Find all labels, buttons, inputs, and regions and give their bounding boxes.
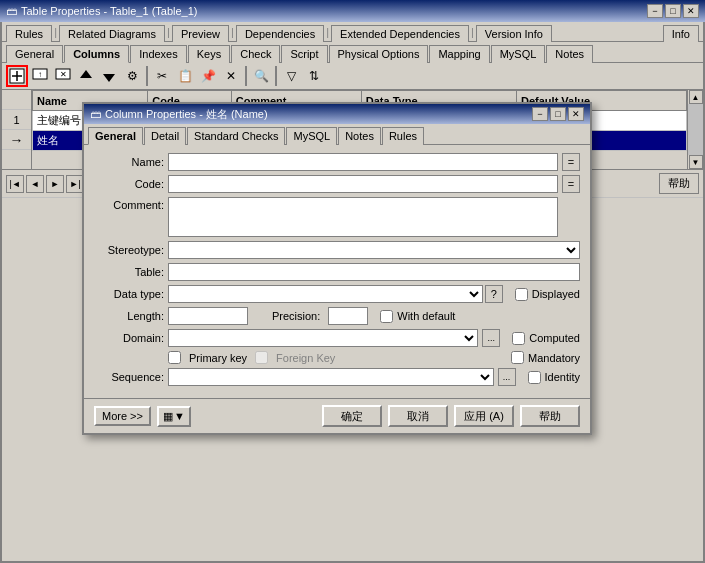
with-default-row: With default: [380, 310, 455, 323]
tab-row-2: General Columns Indexes Keys Check Scrip…: [2, 42, 703, 63]
dialog-tab-notes[interactable]: Notes: [338, 127, 381, 145]
dialog-minimize-btn[interactable]: −: [532, 107, 548, 121]
table-row-form: Table:: [94, 263, 580, 281]
tab-notes[interactable]: Notes: [546, 45, 593, 63]
dialog-body: Name: = Code: = Comment: Stereotype:: [84, 145, 590, 398]
dialog-tab-standard-checks[interactable]: Standard Checks: [187, 127, 285, 145]
key-checkboxes: Primary key Foreign Key: [168, 351, 499, 364]
computed-row: Computed: [512, 332, 580, 345]
close-button[interactable]: ✕: [683, 4, 699, 18]
tab-preview[interactable]: Preview: [172, 25, 229, 42]
main-help-button[interactable]: 帮助: [659, 173, 699, 194]
tab-mysql[interactable]: MySQL: [491, 45, 546, 63]
tab-dependencies[interactable]: Dependencies: [236, 25, 324, 42]
code-eq-btn[interactable]: =: [562, 175, 580, 193]
svg-text:↑: ↑: [38, 70, 42, 79]
dialog-tab-mysql[interactable]: MySQL: [286, 127, 337, 145]
ok-button[interactable]: 确定: [322, 405, 382, 427]
length-input[interactable]: [168, 307, 248, 325]
dialog-help-button[interactable]: 帮助: [520, 405, 580, 427]
sort-btn[interactable]: ⇅: [303, 65, 325, 87]
tab-version-info[interactable]: Version Info: [476, 25, 552, 42]
restore-button[interactable]: □: [665, 4, 681, 18]
code-input[interactable]: [168, 175, 558, 193]
computed-container: Computed: [512, 332, 580, 345]
row-1-indicator: 1: [2, 110, 31, 130]
tab-indexes[interactable]: Indexes: [130, 45, 187, 63]
precision-label: Precision:: [272, 310, 320, 322]
foreign-key-checkbox[interactable]: [255, 351, 268, 364]
precision-input[interactable]: [328, 307, 368, 325]
table-input[interactable]: [168, 263, 580, 281]
sequence-row: Sequence: ... Identity: [94, 368, 580, 386]
tab-physical-options[interactable]: Physical Options: [329, 45, 429, 63]
tab-script[interactable]: Script: [281, 45, 327, 63]
tab-check[interactable]: Check: [231, 45, 280, 63]
datatype-help-btn[interactable]: ?: [485, 285, 503, 303]
new-column-btn[interactable]: [6, 65, 28, 87]
prev-btn[interactable]: ◄: [26, 175, 44, 193]
sequence-select[interactable]: [168, 368, 494, 386]
foreign-key-label: Foreign Key: [276, 352, 335, 364]
tab-mapping[interactable]: Mapping: [429, 45, 489, 63]
comment-input[interactable]: [168, 197, 558, 237]
minimize-button[interactable]: −: [647, 4, 663, 18]
copy-btn[interactable]: 📋: [174, 65, 196, 87]
move-down-btn[interactable]: [98, 65, 120, 87]
table-icon-button[interactable]: ▦ ▼: [157, 406, 191, 427]
properties-btn[interactable]: ⚙: [121, 65, 143, 87]
tab-rules[interactable]: Rules: [6, 25, 52, 42]
tab-related-diagrams[interactable]: Related Diagrams: [59, 25, 165, 42]
sequence-dots-btn[interactable]: ...: [498, 368, 516, 386]
v-scrollbar[interactable]: ▲ ▼: [687, 90, 703, 169]
table-label: Table:: [94, 266, 164, 278]
next-btn[interactable]: ►: [46, 175, 64, 193]
dialog-tab-detail[interactable]: Detail: [144, 127, 186, 145]
datatype-select[interactable]: [168, 285, 483, 303]
tab-columns[interactable]: Columns: [64, 45, 129, 63]
tab-general[interactable]: General: [6, 45, 63, 63]
identity-row: Identity: [528, 371, 580, 384]
move-up-btn[interactable]: [75, 65, 97, 87]
stereotype-select[interactable]: [168, 241, 580, 259]
datatype-label: Data type:: [94, 288, 164, 300]
dialog-tab-rules[interactable]: Rules: [382, 127, 424, 145]
window-title: Table Properties - Table_1 (Table_1): [21, 5, 198, 17]
cut-btn[interactable]: ✂: [151, 65, 173, 87]
find-btn[interactable]: 🔍: [250, 65, 272, 87]
dialog-tab-row: General Detail Standard Checks MySQL Not…: [84, 124, 590, 145]
displayed-checkbox[interactable]: [515, 288, 528, 301]
tab-info[interactable]: Info: [663, 25, 699, 42]
delete-btn[interactable]: ✕: [220, 65, 242, 87]
apply-button[interactable]: 应用 (A): [454, 405, 514, 427]
primary-key-checkbox[interactable]: [168, 351, 181, 364]
domain-label: Domain:: [94, 332, 164, 344]
more-button[interactable]: More >>: [94, 406, 151, 426]
dialog-restore-btn[interactable]: □: [550, 107, 566, 121]
first-btn[interactable]: |◄: [6, 175, 24, 193]
tab-keys[interactable]: Keys: [188, 45, 230, 63]
insert-btn[interactable]: ↑: [29, 65, 51, 87]
cancel-button[interactable]: 取消: [388, 405, 448, 427]
title-bar: 🗃 Table Properties - Table_1 (Table_1) −…: [0, 0, 705, 22]
computed-checkbox[interactable]: [512, 332, 525, 345]
domain-dots-btn[interactable]: ...: [482, 329, 500, 347]
row-2-indicator: →: [2, 130, 31, 150]
name-input[interactable]: [168, 153, 558, 171]
delete-column-btn[interactable]: ✕: [52, 65, 74, 87]
datatype-row: Data type: ? Displayed: [94, 285, 580, 303]
scroll-down-btn[interactable]: ▼: [689, 155, 703, 169]
scroll-up-btn[interactable]: ▲: [689, 90, 703, 104]
mandatory-checkbox[interactable]: [511, 351, 524, 364]
primary-key-label: Primary key: [189, 352, 247, 364]
with-default-checkbox[interactable]: [380, 310, 393, 323]
separator-2: [245, 66, 247, 86]
filter-btn[interactable]: ▽: [280, 65, 302, 87]
name-eq-btn[interactable]: =: [562, 153, 580, 171]
paste-btn[interactable]: 📌: [197, 65, 219, 87]
tab-extended-dependencies[interactable]: Extended Dependencies: [331, 25, 469, 42]
dialog-tab-general[interactable]: General: [88, 127, 143, 145]
identity-checkbox[interactable]: [528, 371, 541, 384]
domain-select[interactable]: [168, 329, 478, 347]
dialog-close-btn[interactable]: ✕: [568, 107, 584, 121]
